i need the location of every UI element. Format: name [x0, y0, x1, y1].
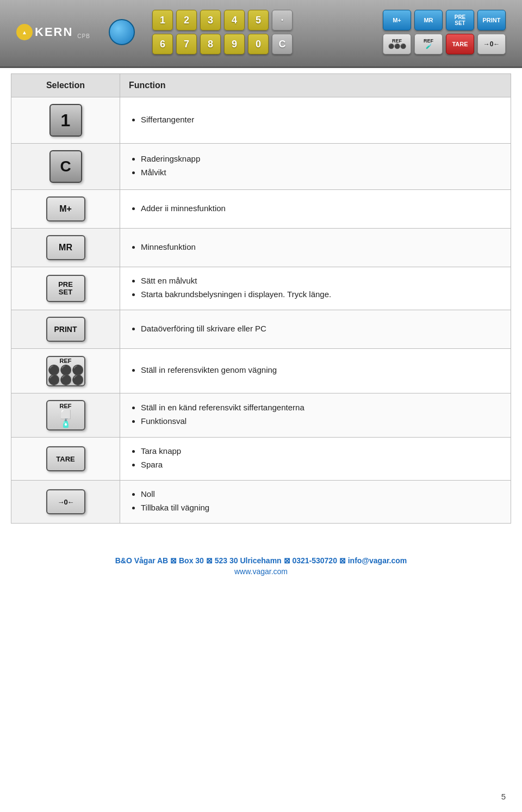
func-key-preset[interactable]: PRESET [446, 10, 474, 30]
func-item: Sätt en målvukt [141, 275, 502, 286]
key-cell-print: PRINT [11, 310, 120, 349]
func-item: Tillbaka till vägning [141, 502, 502, 513]
logo-icon: ▲ [16, 24, 33, 40]
ref-num-label: REF [60, 403, 72, 409]
key-7[interactable]: 7 [176, 34, 197, 54]
func-cell-zero: Noll Tillbaka till vägning [120, 481, 511, 524]
key-4[interactable]: 4 [224, 10, 245, 30]
num-row-1: 1 2 3 4 5 · [152, 10, 293, 30]
func-item: Ställ in en känd referensvikt siffertang… [141, 402, 502, 413]
key-cell-tare: TARE [11, 438, 120, 481]
func-cell-ref-num: Ställ in en känd referensvikt siffertang… [120, 393, 511, 438]
key-display-zero: →0← [46, 489, 85, 514]
key-display-mr: MR [46, 235, 85, 260]
key-display-ref-weight: REF ⚫⚫⚫⚫⚫⚫ [46, 356, 85, 386]
preset-label2: SET [59, 288, 72, 296]
func-list-mplus: Adder ii minnesfunktion [131, 202, 502, 214]
footer: B&O Vågar AB ⊠ Box 30 ⊠ 523 30 Ulriceham… [0, 545, 522, 587]
key-display-print: PRINT [46, 317, 85, 342]
key-display-preset: PRE SET [46, 275, 85, 302]
key-display-c: C [49, 150, 82, 183]
func-list-1: Siffertangenter [131, 114, 502, 125]
func-key-mplus[interactable]: M+ [383, 10, 411, 30]
main-content: Selection Function 1 Siffertangenter C [0, 73, 522, 524]
ref-bottle-icon: ⬜🧴 [60, 410, 71, 428]
key-cell-1: 1 [11, 97, 120, 144]
func-item: Dataöverföring till skrivare eller PC [141, 323, 502, 334]
key-display-ref-num: REF ⬜🧴 [46, 400, 85, 430]
func-cell-tare: Tara knapp Spara [120, 438, 511, 481]
table-row: MR Minnesfunktion [11, 229, 511, 267]
ref-label: REF [60, 358, 72, 364]
page-number: 5 [501, 792, 506, 801]
key-c-header[interactable]: C [272, 34, 293, 54]
key-9[interactable]: 9 [224, 34, 245, 54]
func-list-zero: Noll Tillbaka till vägning [131, 488, 502, 513]
key-cell-mplus: M+ [11, 190, 120, 229]
col-header-function: Function [120, 74, 511, 97]
table-row: M+ Adder ii minnesfunktion [11, 190, 511, 229]
key-cell-preset: PRE SET [11, 267, 120, 310]
numeric-keypad: 1 2 3 4 5 · 6 7 8 9 0 C [152, 10, 293, 54]
key-0[interactable]: 0 [248, 34, 269, 54]
func-item: Noll [141, 488, 502, 500]
func-key-ref-weight[interactable]: REF⚫⚫⚫ [383, 34, 411, 54]
func-list-ref-num: Ställ in en känd referensvikt siffertang… [131, 402, 502, 427]
key-cell-zero: →0← [11, 481, 120, 524]
func-key-zero[interactable]: →0← [477, 34, 506, 54]
func-item: Målvikt [141, 167, 502, 178]
func-item: Adder ii minnesfunktion [141, 202, 502, 214]
key-2[interactable]: 2 [176, 10, 197, 30]
func-cell-ref-weight: Ställ in referensvikten genom vägning [120, 349, 511, 393]
table-row: →0← Noll Tillbaka till vägning [11, 481, 511, 524]
func-row-1: M+ MR PRESET PRINT [383, 10, 506, 30]
func-list-tare: Tara knapp Spara [131, 445, 502, 470]
func-item: Raderingsknapp [141, 153, 502, 164]
table-row: PRE SET Sätt en målvukt Starta bakrundsb… [11, 267, 511, 310]
func-row-2: REF⚫⚫⚫ REF🧪 TARE →0← [383, 34, 506, 54]
key-3[interactable]: 3 [200, 10, 221, 30]
func-cell-preset: Sätt en målvukt Starta bakrundsbelysning… [120, 267, 511, 310]
func-key-mr[interactable]: MR [414, 10, 443, 30]
key-1[interactable]: 1 [152, 10, 173, 30]
table-row: C Raderingsknapp Målvikt [11, 144, 511, 190]
brand-logo: ▲ KERN CPB [16, 24, 90, 40]
power-button[interactable] [109, 19, 135, 45]
func-item: Tara knapp [141, 445, 502, 457]
table-row: REF ⬜🧴 Ställ in en känd referensvikt sif… [11, 393, 511, 438]
table-row: REF ⚫⚫⚫⚫⚫⚫ Ställ in referensvikten genom… [11, 349, 511, 393]
func-cell-c: Raderingsknapp Målvikt [120, 144, 511, 190]
key-5[interactable]: 5 [248, 10, 269, 30]
key-dot[interactable]: · [272, 10, 293, 30]
func-list-print: Dataöverföring till skrivare eller PC [131, 323, 502, 334]
key-display-tare: TARE [46, 446, 85, 471]
function-table: Selection Function 1 Siffertangenter C [11, 73, 511, 524]
func-list-preset: Sätt en målvukt Starta bakrundsbelysning… [131, 275, 502, 300]
func-key-print[interactable]: PRINT [477, 10, 506, 30]
model-name: CPB [77, 33, 90, 39]
company-info: B&O Vågar AB ⊠ Box 30 ⊠ 523 30 Ulriceham… [11, 556, 511, 565]
func-item: Minnesfunktion [141, 241, 502, 253]
func-item: Siffertangenter [141, 114, 502, 125]
key-display-1: 1 [49, 104, 82, 137]
ref-dots-icon: ⚫⚫⚫⚫⚫⚫ [48, 365, 84, 385]
preset-label: PRE [58, 281, 73, 288]
func-key-ref-num[interactable]: REF🧪 [414, 34, 443, 54]
key-6[interactable]: 6 [152, 34, 173, 54]
key-cell-c: C [11, 144, 120, 190]
website-link[interactable]: www.vagar.com [11, 567, 511, 576]
key-display-mplus: M+ [46, 196, 85, 222]
func-item: Funktionsval [141, 415, 502, 427]
func-item: Spara [141, 459, 502, 470]
col-header-selection: Selection [11, 74, 120, 97]
brand-name: KERN [35, 25, 73, 39]
table-row: 1 Siffertangenter [11, 97, 511, 144]
table-row: TARE Tara knapp Spara [11, 438, 511, 481]
func-item: Starta bakrundsbelysningen i displayen. … [141, 288, 502, 300]
key-cell-mr: MR [11, 229, 120, 267]
func-cell-mplus: Adder ii minnesfunktion [120, 190, 511, 229]
key-8[interactable]: 8 [200, 34, 221, 54]
func-key-tare[interactable]: TARE [446, 34, 474, 54]
func-list-ref-weight: Ställ in referensvikten genom vägning [131, 364, 502, 376]
keypad-panel: ▲ KERN CPB 1 2 3 4 5 · 6 7 8 9 0 C M+ MR [0, 0, 522, 68]
